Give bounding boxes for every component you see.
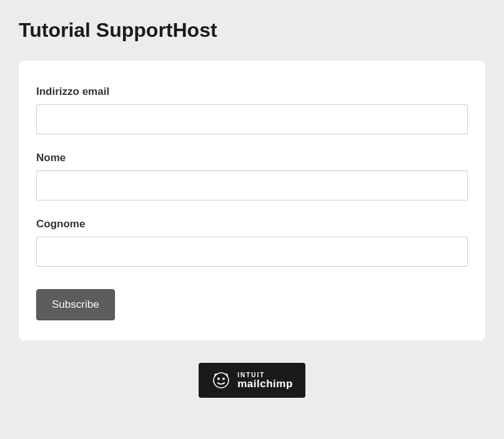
page-title: Tutorial SupportHost <box>19 19 485 42</box>
svg-point-0 <box>214 373 229 388</box>
first-name-field-group: Nome <box>36 152 468 200</box>
mailchimp-badge[interactable]: INTUIT mailchimp <box>199 363 305 398</box>
mailchimp-text: INTUIT mailchimp <box>237 372 293 389</box>
subscribe-button[interactable]: Subscribe <box>36 289 115 320</box>
last-name-label: Cognome <box>36 218 468 230</box>
email-field-group: Indirizzo email <box>36 86 468 134</box>
first-name-input[interactable] <box>36 170 468 200</box>
last-name-field-group: Cognome <box>36 218 468 267</box>
first-name-label: Nome <box>36 152 468 164</box>
mailchimp-intuit-label: INTUIT <box>237 372 293 378</box>
mailchimp-name-label: mailchimp <box>237 378 293 389</box>
signup-form-card: Indirizzo email Nome Cognome Subscribe <box>19 61 485 340</box>
email-label: Indirizzo email <box>36 86 468 98</box>
mailchimp-monkey-icon <box>211 370 231 390</box>
svg-point-2 <box>222 378 225 380</box>
svg-point-1 <box>217 378 220 380</box>
email-input[interactable] <box>36 104 468 134</box>
last-name-input[interactable] <box>36 237 468 267</box>
footer-badge-container: INTUIT mailchimp <box>19 363 485 398</box>
